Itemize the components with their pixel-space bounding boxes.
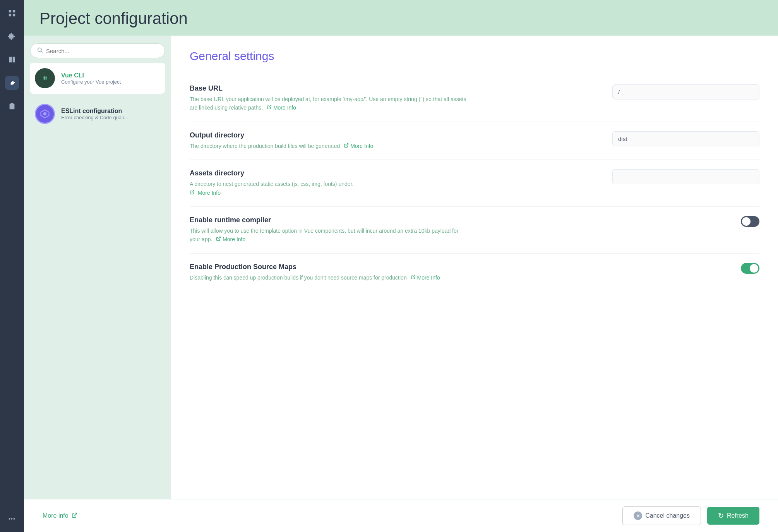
eslint-name: ESLint configuration <box>61 108 128 115</box>
svg-rect-1 <box>13 10 15 12</box>
setting-row-source-maps: Enable Production Source Maps Disabling … <box>190 254 759 291</box>
main-area: Project configuration ⌗ Vue CLI Configur… <box>24 0 778 532</box>
setting-desc-base-url: The base URL your application will be de… <box>190 95 468 112</box>
svg-rect-0 <box>9 10 11 12</box>
more-info-source-maps[interactable]: More Info <box>417 273 440 282</box>
eslint-info: ESLint configuration Error checking & Co… <box>61 108 128 120</box>
setting-row-runtime-compiler: Enable runtime compiler This will allow … <box>190 207 759 254</box>
setting-label-source-maps: Enable Production Source Maps <box>190 263 468 271</box>
ext-link-icon-assets <box>190 189 195 197</box>
setting-label-runtime-compiler: Enable runtime compiler <box>190 216 468 224</box>
setting-label-assets-dir: Assets directory <box>190 169 468 177</box>
footer-more-info-label: More info <box>43 512 69 519</box>
vue-cli-desc: Configure your Vue project <box>61 79 121 85</box>
svg-rect-2 <box>9 14 11 16</box>
cancel-changes-button[interactable]: ✕ Cancel changes <box>622 506 701 525</box>
page-header: Project configuration <box>24 0 778 36</box>
base-url-input[interactable] <box>612 84 759 100</box>
toggle-runtime-compiler[interactable] <box>741 216 759 227</box>
vue-cli-icon: ⌗ <box>35 68 55 88</box>
refresh-button[interactable]: ↻ Refresh <box>707 507 759 525</box>
refresh-label: Refresh <box>727 512 749 519</box>
svg-point-7 <box>43 112 47 116</box>
setting-control-output-dir <box>612 131 759 146</box>
assets-dir-input[interactable] <box>612 169 759 184</box>
cancel-icon: ✕ <box>634 511 642 520</box>
setting-control-runtime-compiler <box>612 216 759 227</box>
footer: More info ✕ Cancel changes ↻ Refresh <box>24 499 778 532</box>
footer-ext-link-icon <box>72 512 77 520</box>
setting-label-base-url: Base URL <box>190 84 468 93</box>
sidebar-nav: ••• <box>0 0 24 532</box>
setting-label-output-dir: Output directory <box>190 131 468 139</box>
ext-link-icon-source-maps <box>411 273 416 282</box>
setting-control-base-url <box>612 84 759 100</box>
footer-actions: ✕ Cancel changes ↻ Refresh <box>622 506 759 525</box>
footer-more-info[interactable]: More info <box>43 512 77 520</box>
nav-icon-gear[interactable] <box>5 76 19 90</box>
svg-rect-3 <box>13 14 15 16</box>
setting-desc-output-dir: The directory where the production build… <box>190 142 468 150</box>
content-area: ⌗ Vue CLI Configure your Vue project ESL… <box>24 36 778 499</box>
search-input[interactable] <box>46 48 158 54</box>
nav-icon-puzzle[interactable] <box>5 29 19 43</box>
left-panel: ⌗ Vue CLI Configure your Vue project ESL… <box>24 36 171 499</box>
nav-icon-book[interactable] <box>5 53 19 67</box>
page-title: Project configuration <box>39 9 763 28</box>
svg-point-4 <box>38 48 41 51</box>
setting-control-source-maps <box>612 263 759 274</box>
nav-icon-more[interactable]: ••• <box>5 512 19 526</box>
search-box[interactable] <box>30 43 165 58</box>
vue-cli-name: Vue CLI <box>61 72 121 79</box>
plugin-item-vue-cli[interactable]: ⌗ Vue CLI Configure your Vue project <box>30 63 165 94</box>
eslint-icon <box>35 104 55 124</box>
toggle-source-maps[interactable] <box>741 263 759 274</box>
section-title: General settings <box>190 50 759 63</box>
setting-desc-assets-dir: A directory to nest generated static ass… <box>190 180 468 197</box>
output-dir-input[interactable] <box>612 131 759 146</box>
ext-link-icon-output <box>344 142 349 150</box>
setting-info-assets-dir: Assets directory A directory to nest gen… <box>190 169 468 197</box>
setting-desc-runtime-compiler: This will allow you to use the template … <box>190 227 468 244</box>
setting-row-output-dir: Output directory The directory where the… <box>190 122 759 160</box>
right-panel: General settings Base URL The base URL y… <box>171 36 778 499</box>
svg-line-5 <box>41 51 43 53</box>
setting-info-runtime-compiler: Enable runtime compiler This will allow … <box>190 216 468 244</box>
setting-desc-source-maps: Disabling this can speed up production b… <box>190 273 468 282</box>
nav-icon-tasks[interactable] <box>5 99 19 113</box>
setting-info-source-maps: Enable Production Source Maps Disabling … <box>190 263 468 282</box>
plugin-item-eslint[interactable]: ESLint configuration Error checking & Co… <box>30 98 165 129</box>
ext-link-icon-runtime <box>216 235 221 244</box>
vue-cli-info: Vue CLI Configure your Vue project <box>61 72 121 85</box>
setting-info-output-dir: Output directory The directory where the… <box>190 131 468 150</box>
cancel-label: Cancel changes <box>645 512 690 519</box>
eslint-desc: Error checking & Code quali... <box>61 115 128 120</box>
ext-link-icon-base-url <box>267 103 272 112</box>
nav-icon-grid[interactable] <box>5 6 19 20</box>
refresh-icon: ↻ <box>718 511 724 520</box>
more-info-assets-dir[interactable]: More Info <box>198 189 221 197</box>
more-info-output-dir[interactable]: More Info <box>350 142 373 150</box>
setting-row-base-url: Base URL The base URL your application w… <box>190 75 759 122</box>
setting-control-assets-dir <box>612 169 759 184</box>
setting-info-base-url: Base URL The base URL your application w… <box>190 84 468 112</box>
more-info-base-url[interactable]: More Info <box>273 103 296 112</box>
more-info-runtime-compiler[interactable]: More Info <box>223 235 245 244</box>
search-icon <box>37 47 43 55</box>
setting-row-assets-dir: Assets directory A directory to nest gen… <box>190 160 759 207</box>
